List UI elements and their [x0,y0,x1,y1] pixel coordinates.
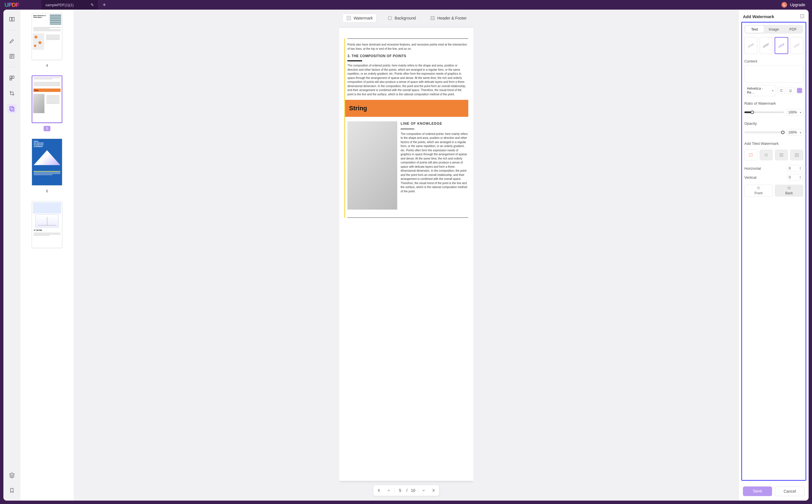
opacity-slider[interactable] [744,132,784,133]
svg-point-39 [795,156,796,157]
ratio-slider[interactable] [744,111,784,113]
page-text: The composition of ordered points: here … [401,132,468,194]
tile-label: Add Tiled Watermark [744,141,803,146]
page-text: Points also have dominant and recessive … [347,43,468,51]
thumb-item[interactable]: AT THETIME [24,201,70,248]
svg-point-16 [765,156,766,156]
svg-rect-8 [431,16,434,20]
next-page-button[interactable] [420,486,428,495]
opacity-label: Opacity [744,121,803,126]
tab-text[interactable]: Text [745,26,764,33]
top-toolbar: Watermark Background Header & Footer [343,11,470,25]
tile-4x4[interactable] [790,150,803,160]
svg-point-18 [780,154,781,154]
thumb-item[interactable]: Basic Elements ofPlane Space 4 [24,13,70,68]
svg-point-24 [780,156,781,157]
svg-point-21 [780,155,781,155]
vertical-input[interactable]: 0▲▼ [787,174,803,181]
opacity-value-select[interactable]: 100%▾ [786,129,803,136]
ratio-label: Ratio of Watermark [744,101,803,105]
page-tools-icon[interactable] [7,104,16,113]
svg-point-41 [797,156,798,157]
watermark-button[interactable]: Watermark [343,14,377,23]
last-page-button[interactable] [429,486,438,495]
collapse-panel-icon[interactable] [800,14,805,20]
cancel-button[interactable]: Cancel [775,486,805,496]
pencil-icon[interactable]: ✎ [91,3,94,7]
watermark-content-input[interactable] [744,65,803,83]
page-canvas: Points also have dominant and recessive … [339,28,473,481]
ratio-value-select[interactable]: 100%▾ [786,109,803,116]
svg-rect-5 [11,107,14,111]
horizontal-label: Horizontal [744,166,761,171]
background-button[interactable]: Background [384,14,419,22]
svg-point-32 [796,154,797,155]
font-select[interactable]: Helvetica - Re…▾ [744,85,776,96]
tab-pdf[interactable]: PDF [784,26,802,33]
tab-title: samplePDF(1)(1) [45,3,74,7]
content-label: Content [744,59,803,63]
front-button[interactable]: Front [744,185,773,197]
svg-point-33 [797,154,798,155]
thumb-number: 6 [44,188,50,194]
save-button[interactable]: Save [743,486,772,496]
svg-point-17 [767,156,767,156]
svg-point-31 [795,154,796,155]
bookmark-icon[interactable] [7,486,16,495]
titlebar: UPDF samplePDF(1)(1) ✎ + L Upgrade [0,0,812,10]
organize-icon[interactable] [7,74,16,83]
svg-rect-11 [800,14,804,18]
align-button[interactable] [778,87,785,94]
svg-point-20 [783,154,783,154]
page-number-input[interactable] [396,488,404,493]
svg-point-26 [783,156,783,157]
thumb-item[interactable]: String 5 [24,76,70,131]
thumbnails-panel[interactable]: Basic Elements ofPlane Space 4 String 5 … [20,10,74,501]
text-color-button[interactable] [796,87,803,94]
svg-rect-3 [10,79,12,80]
crop-icon[interactable] [7,89,16,98]
back-button[interactable]: Back [775,185,803,197]
first-page-button[interactable] [375,486,383,495]
svg-point-40 [796,156,797,157]
horizontal-input[interactable]: 0▲▼ [787,165,803,172]
color-swatch [797,88,802,93]
svg-point-19 [781,154,782,154]
tile-3x3[interactable] [775,150,788,160]
watermark-preset[interactable]: UPDF [744,37,757,54]
upgrade-button[interactable]: Upgrade [790,3,805,7]
reader-mode-icon[interactable] [7,15,16,24]
tile-2x2[interactable] [760,150,773,160]
svg-point-15 [767,154,767,154]
svg-line-13 [749,154,753,157]
watermark-preset[interactable]: UPDF [791,37,804,54]
svg-rect-2 [12,76,14,78]
avatar[interactable]: L [781,2,787,8]
header-footer-button[interactable]: Header & Footer [427,14,470,22]
thumb-item[interactable]: PRISMDECOMPOSITION SUNLIGHTEXPERIMENT 6 [24,139,70,194]
highlighter-icon[interactable] [7,36,16,46]
svg-point-36 [796,156,797,156]
new-tab-button[interactable]: + [102,2,106,8]
page-viewport[interactable]: Points also have dominant and recessive … [339,25,473,501]
subheading: LINE OF KNOWLEDGE [401,121,468,126]
svg-point-23 [783,155,783,155]
tile-none[interactable] [744,150,757,160]
svg-rect-7 [388,17,392,20]
prev-page-button[interactable] [385,486,393,495]
svg-rect-1 [10,76,12,78]
svg-point-30 [798,153,799,154]
underline-button[interactable] [787,87,794,94]
panel-title: Add Watermark [743,14,774,19]
edit-text-icon[interactable] [7,52,16,61]
watermark-preset[interactable]: UPDF [775,37,788,54]
tab-image[interactable]: Image [764,26,783,33]
document-tab[interactable]: samplePDF(1)(1) ✎ [41,0,98,10]
svg-point-14 [765,154,766,154]
svg-point-27 [795,153,796,154]
string-banner: String [345,100,468,117]
watermark-preset[interactable]: UPDF [760,37,773,54]
image-placeholder [347,121,397,210]
layers-icon[interactable] [7,471,16,480]
svg-point-42 [798,156,799,157]
